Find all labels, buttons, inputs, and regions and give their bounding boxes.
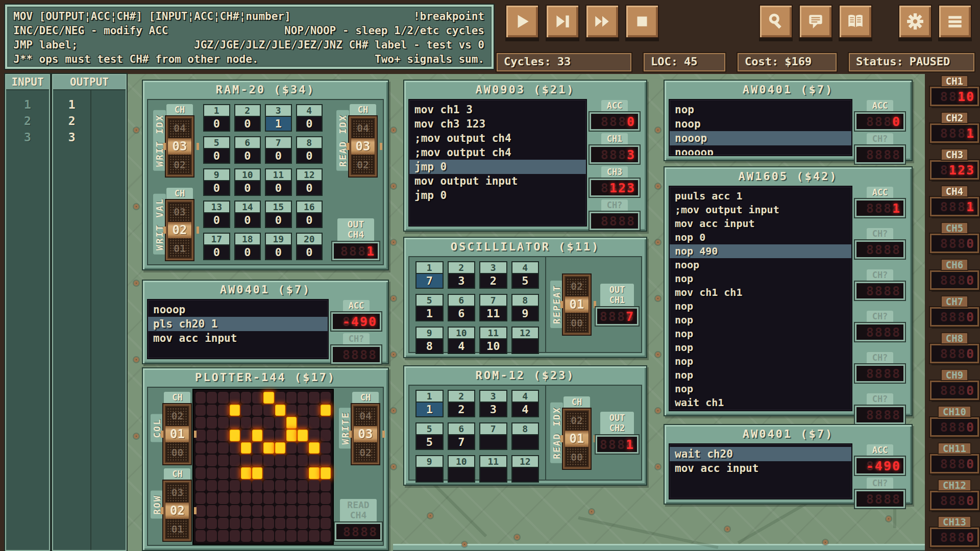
col-dial[interactable]: COLCH020001 [149, 392, 191, 464]
code-line[interactable]: pls ch20 1 [148, 317, 328, 331]
code-line[interactable]: wait ch1 [670, 396, 851, 410]
writ-val-dial[interactable]: WRIT VALCH030102 [152, 188, 193, 260]
code-line[interactable]: nop 0 [670, 231, 851, 244]
menu-button[interactable] [938, 5, 972, 38]
code-line[interactable]: mov acc input [148, 331, 328, 345]
memory-cell[interactable]: 80 [296, 136, 323, 164]
memory-cell[interactable]: 17 [415, 261, 444, 289]
thumbwheel-dial[interactable]: 020001 [563, 409, 591, 469]
memory-cell[interactable]: 1110 [479, 327, 507, 354]
code-line[interactable]: nop [670, 341, 851, 355]
memory-cell[interactable]: 160 [296, 201, 323, 228]
memory-cell[interactable]: 31 [265, 104, 292, 132]
code-line[interactable]: mov acc input [670, 217, 851, 231]
memory-cell[interactable]: 89 [511, 294, 540, 321]
memory-cell[interactable]: 8 [511, 422, 540, 450]
memory-cell[interactable]: 51 [415, 294, 444, 321]
thumbwheel-dial[interactable]: 020001 [563, 274, 591, 335]
memory-cell[interactable]: 22 [448, 390, 476, 417]
manual-button[interactable] [839, 5, 872, 38]
memory-cell[interactable]: 90 [203, 168, 230, 196]
code-line[interactable]: mov ch3 123 [409, 117, 586, 131]
memory-cell[interactable]: 60 [234, 136, 261, 164]
code-line[interactable]: noop [670, 258, 851, 272]
stop-button[interactable] [625, 5, 659, 38]
code-line[interactable]: nop [670, 368, 851, 382]
memory-cell[interactable]: 12 [511, 327, 540, 354]
code-editor[interactable]: puuls acc 1;mov output inputmov acc inpu… [669, 186, 852, 411]
code-line[interactable]: mov output input [409, 174, 586, 188]
code-line[interactable]: nop [670, 327, 851, 341]
code-line[interactable]: nop [670, 299, 851, 313]
writ-idx-dial[interactable]: WRIT IDXCH040203 [152, 104, 193, 177]
memory-cell[interactable]: 140 [234, 201, 261, 228]
code-line[interactable]: wait ch20 [670, 447, 851, 461]
code-line[interactable]: nop [670, 272, 851, 286]
code-line[interactable]: puuls acc 1 [670, 189, 851, 203]
chat-button[interactable] [799, 5, 832, 38]
thumbwheel-dial[interactable]: 040203 [352, 404, 379, 464]
step-button[interactable] [546, 5, 579, 38]
memory-cell[interactable]: 9 [415, 455, 444, 483]
settings-button[interactable] [898, 5, 932, 38]
code-line[interactable]: nop 490 [670, 244, 851, 258]
memory-cell[interactable]: 120 [296, 168, 323, 196]
memory-cell[interactable]: 98 [415, 327, 444, 354]
code-line[interactable]: nooop [670, 131, 851, 145]
code-editor[interactable]: wait ch20mov acc input [669, 443, 852, 499]
code-line[interactable]: ;mov output ch4 [409, 131, 586, 145]
search-button[interactable] [759, 5, 793, 38]
memory-cell[interactable]: 40 [296, 104, 323, 132]
code-line[interactable]: jmp 0 [409, 188, 586, 203]
memory-cell[interactable]: 67 [448, 422, 476, 450]
thumbwheel-dial[interactable]: 030102 [163, 481, 191, 541]
memory-cell[interactable]: 110 [265, 168, 292, 196]
repeat-dial[interactable]: REPEAT020001 [549, 274, 591, 335]
read-idx-dial[interactable]: READ IDXCH040203 [335, 104, 377, 177]
memory-cell[interactable]: 12 [511, 455, 540, 483]
write-dial[interactable]: WRITECH040203 [337, 392, 379, 464]
fast-forward-button[interactable] [585, 5, 619, 38]
thumbwheel-dial[interactable]: 040203 [349, 116, 377, 177]
memory-cell[interactable]: 190 [265, 233, 292, 260]
code-editor[interactable]: nopnoopnooopnoooop [669, 99, 852, 156]
code-editor[interactable]: noooppls ch20 1mov acc input [147, 299, 329, 359]
memory-cell[interactable]: 66 [448, 294, 476, 321]
memory-cell[interactable]: 711 [479, 294, 507, 321]
memory-cell[interactable]: 20 [234, 104, 261, 132]
code-line[interactable]: ;mov output input [670, 203, 851, 217]
memory-cell[interactable]: 180 [234, 233, 261, 260]
memory-cell[interactable]: 11 [415, 390, 444, 417]
play-button[interactable] [505, 5, 539, 38]
code-line[interactable]: nooop [148, 303, 328, 317]
memory-cell[interactable]: 23 [448, 261, 476, 289]
code-line[interactable]: nop [670, 382, 851, 396]
memory-cell[interactable]: 10 [448, 455, 476, 483]
memory-cell[interactable]: 130 [203, 201, 230, 228]
thumbwheel-dial[interactable]: 020001 [163, 404, 191, 464]
memory-cell[interactable]: 11 [479, 455, 507, 483]
code-line[interactable]: ;mov output ch4 [409, 145, 586, 160]
memory-cell[interactable]: 44 [511, 390, 540, 417]
code-line[interactable]: mov acc input [670, 461, 851, 475]
code-line[interactable]: nop [670, 355, 851, 368]
row-dial[interactable]: ROWCH030102 [149, 468, 191, 541]
code-line[interactable]: noop [670, 117, 851, 131]
memory-cell[interactable]: 32 [479, 261, 507, 289]
memory-cell[interactable]: 45 [511, 261, 540, 289]
thumbwheel-dial[interactable]: 040203 [166, 116, 193, 177]
memory-cell[interactable]: 70 [265, 136, 292, 164]
code-line[interactable]: mov ch1 ch1 [670, 286, 851, 299]
code-editor[interactable]: mov ch1 3mov ch3 123;mov output ch4;mov … [408, 99, 587, 227]
code-line[interactable]: mov ch1 3 [409, 103, 586, 117]
memory-cell[interactable]: 50 [203, 136, 230, 164]
memory-cell[interactable]: 104 [448, 327, 476, 354]
memory-cell[interactable]: 150 [265, 201, 292, 228]
code-line[interactable]: noooop [670, 145, 851, 156]
memory-cell[interactable]: 200 [296, 233, 323, 260]
thumbwheel-dial[interactable]: 030102 [166, 200, 193, 260]
code-line[interactable]: jmp 0 [409, 160, 586, 174]
memory-cell[interactable]: 55 [415, 422, 444, 450]
code-line[interactable]: nop [670, 313, 851, 327]
memory-cell[interactable]: 7 [479, 422, 507, 450]
